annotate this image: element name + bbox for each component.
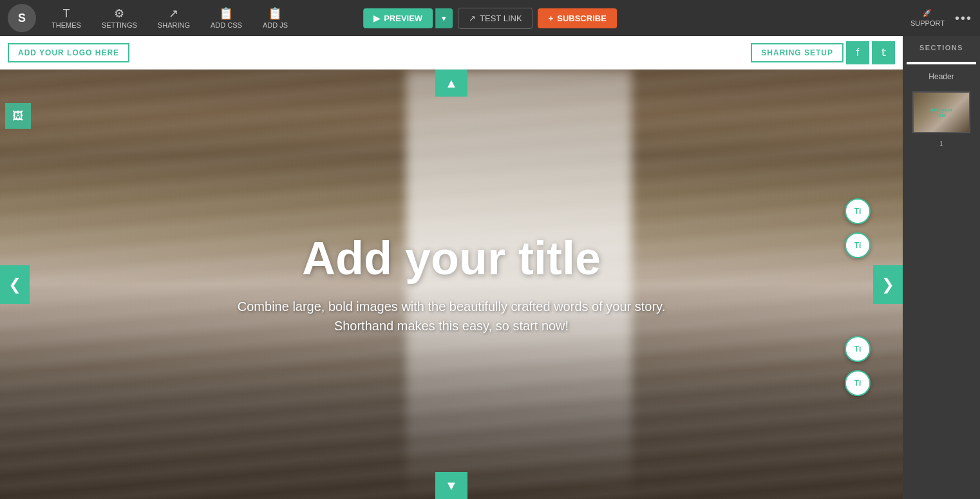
text-icon-4: Ti (854, 379, 861, 388)
nav-right-group: 🚀 SUPPORT ••• (910, 9, 972, 27)
twitter-icon: 𝕥 (881, 46, 886, 59)
header-bar: ADD YOUR LOGO HERE SHARING SETUP f 𝕥 (0, 36, 903, 70)
section-thumbnail-1[interactable]: Add yourtitle (912, 91, 970, 133)
test-link-button[interactable]: ↗ TEST LINK (458, 8, 533, 29)
more-options-button[interactable]: ••• (955, 11, 972, 26)
chevron-down-icon: ▼ (445, 478, 458, 493)
js-icon: 📋 (268, 8, 282, 19)
text-edit-button-1[interactable]: Ti (845, 198, 871, 224)
sections-label: SECTIONS (914, 44, 968, 52)
section-number: 1 (939, 140, 943, 147)
hero-title[interactable]: Add your title (238, 233, 665, 284)
prev-slide-button[interactable]: ❮ (0, 265, 30, 304)
scroll-down-button[interactable]: ▼ (435, 472, 467, 499)
nav-item-themes[interactable]: T THEMES (41, 4, 91, 33)
support-button[interactable]: 🚀 SUPPORT (910, 9, 945, 27)
next-slide-button[interactable]: ❯ (873, 265, 903, 304)
scroll-up-button[interactable]: ▲ (435, 70, 467, 97)
center-buttons: ▶ PREVIEW ▾ ↗ TEST LINK + SUBSCRIBE (363, 8, 617, 29)
twitter-share-button[interactable]: 𝕥 (872, 41, 895, 64)
chevron-up-icon: ▲ (445, 76, 458, 91)
sections-sidebar: SECTIONS Header Add yourtitle 1 (903, 36, 980, 499)
main-area: ADD YOUR LOGO HERE SHARING SETUP f 𝕥 🖼 (0, 36, 980, 499)
header-section-label: Header (928, 72, 954, 81)
facebook-share-button[interactable]: f (846, 41, 869, 64)
hero-content: Add your title Combine large, bold image… (225, 220, 678, 348)
nav-item-add-css[interactable]: 📋 ADD CSS (200, 4, 252, 33)
header-right-group: SHARING SETUP f 𝕥 (751, 41, 895, 64)
hero-section: 🖼 ▲ Add your title Combine large, bold i… (0, 70, 903, 499)
sharing-setup-button[interactable]: SHARING SETUP (751, 43, 843, 62)
preview-button[interactable]: ▶ PREVIEW (363, 8, 433, 28)
image-icon: 🖼 (12, 109, 24, 123)
nav-item-add-js[interactable]: 📋 ADD JS (252, 4, 298, 33)
text-icon-1: Ti (854, 207, 861, 216)
edit-image-button[interactable]: 🖼 (5, 103, 31, 129)
nav-item-settings[interactable]: ⚙ SETTINGS (91, 4, 147, 33)
testlink-icon: ↗ (469, 14, 476, 23)
hero-subtitle: Combine large, bold images with the beau… (238, 297, 665, 335)
app-logo[interactable]: S (8, 4, 36, 32)
editor-area: ADD YOUR LOGO HERE SHARING SETUP f 𝕥 🖼 (0, 36, 903, 499)
themes-icon: T (62, 8, 70, 19)
thumbnail-text: Add yourtitle (930, 107, 952, 118)
add-logo-button[interactable]: ADD YOUR LOGO HERE (8, 43, 129, 62)
section-header-bar (907, 62, 976, 64)
plus-icon: + (549, 14, 554, 23)
chevron-right-icon: ❯ (881, 276, 894, 294)
text-icon-2: Ti (854, 241, 861, 250)
text-edit-button-3[interactable]: Ti (845, 336, 871, 362)
support-icon: 🚀 (923, 9, 932, 17)
preview-icon: ▶ (373, 14, 380, 23)
share-icon: ↗ (169, 8, 178, 19)
gear-icon: ⚙ (114, 8, 124, 19)
text-icon-3: Ti (854, 344, 861, 353)
facebook-icon: f (856, 47, 859, 59)
text-edit-button-4[interactable]: Ti (845, 370, 871, 396)
top-navigation: S T THEMES ⚙ SETTINGS ↗ SHARING 📋 ADD CS… (0, 0, 980, 36)
nav-item-sharing[interactable]: ↗ SHARING (147, 4, 200, 33)
chevron-left-icon: ❮ (8, 276, 21, 294)
preview-dropdown-button[interactable]: ▾ (435, 8, 453, 28)
css-icon: 📋 (219, 8, 233, 19)
subscribe-button[interactable]: + SUBSCRIBE (538, 8, 617, 28)
